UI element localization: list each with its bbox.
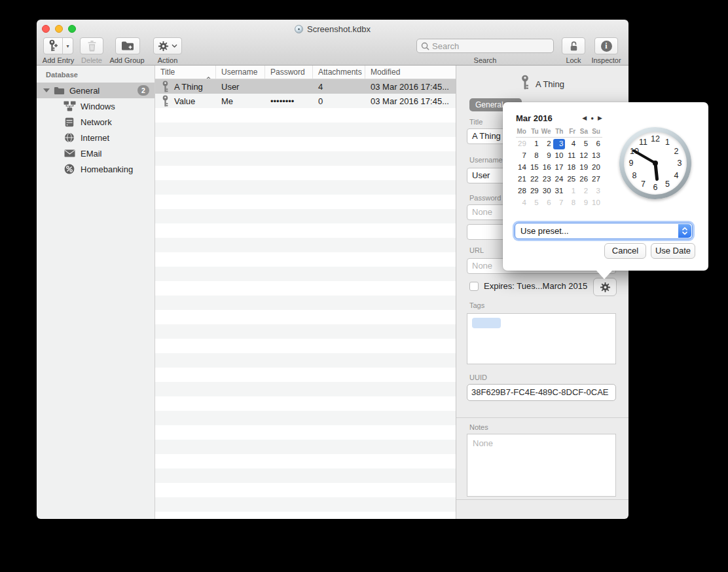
gear-icon: [158, 41, 169, 52]
calendar-day[interactable]: 7: [553, 198, 566, 208]
calendar-day[interactable]: 22: [528, 174, 541, 185]
calendar-day[interactable]: 10: [553, 151, 566, 161]
calendar-day[interactable]: 15: [528, 162, 541, 173]
add-group-button[interactable]: [115, 37, 140, 54]
table-stripe: [155, 123, 456, 137]
calendar-day[interactable]: 1: [565, 186, 577, 197]
calendar-next-button[interactable]: ▶: [598, 115, 602, 121]
table-row[interactable]: ValueMe••••••••003 Mar 2016 17:45...: [155, 94, 456, 108]
sidebar-item-general[interactable]: General 2: [37, 83, 155, 98]
cell-attachments: 0: [313, 94, 365, 108]
calendar-day[interactable]: 27: [590, 174, 602, 185]
cell-modified: [365, 151, 456, 166]
calendar-day[interactable]: 5: [528, 198, 541, 208]
clock-number: 12: [650, 134, 661, 144]
disclosure-triangle-icon[interactable]: [43, 88, 50, 92]
cell-attachments: [313, 281, 365, 296]
calendar-day[interactable]: 2: [577, 186, 590, 197]
cell-username: [216, 324, 265, 339]
calendar-day[interactable]: 14: [516, 162, 528, 173]
calendar-day[interactable]: 26: [577, 174, 590, 185]
notes-field[interactable]: None: [467, 434, 616, 497]
calendar-day[interactable]: 9: [541, 151, 553, 161]
tags-field[interactable]: [467, 313, 616, 364]
calendar-day[interactable]: 1: [528, 139, 541, 149]
info-icon: i: [601, 41, 612, 52]
column-header-password[interactable]: Password: [265, 66, 313, 79]
calendar-day[interactable]: 10: [590, 198, 602, 208]
password-label: Password: [469, 194, 501, 202]
calendar-day[interactable]: 8: [528, 151, 541, 161]
sidebar-item-network[interactable]: Network: [37, 114, 155, 130]
use-date-button[interactable]: Use Date: [651, 243, 695, 259]
sidebar-item-homebanking[interactable]: Homebanking: [37, 161, 155, 177]
calendar-day-selected[interactable]: 3: [553, 139, 566, 149]
search-input[interactable]: [432, 41, 549, 51]
chevron-down-icon: [172, 44, 177, 48]
calendar-day[interactable]: 17: [553, 162, 566, 173]
cancel-button[interactable]: Cancel: [604, 243, 646, 259]
column-header-modified[interactable]: Modified: [365, 66, 456, 79]
calendar-day[interactable]: 25: [565, 174, 577, 185]
lock-button[interactable]: [562, 37, 585, 54]
calendar-day[interactable]: 4: [516, 198, 528, 208]
delete-button[interactable]: [80, 37, 103, 54]
table-row[interactable]: A ThingUser403 Mar 2016 17:45...: [155, 79, 456, 94]
calendar-day[interactable]: 5: [577, 139, 590, 149]
expires-gear-button[interactable]: [593, 278, 617, 296]
sidebar-item-label: Network: [81, 117, 112, 127]
inspector-button[interactable]: i: [594, 37, 618, 54]
expires-checkbox[interactable]: [469, 282, 479, 291]
percent-icon: [63, 164, 76, 174]
calendar-day[interactable]: 4: [565, 139, 577, 149]
calendar-day[interactable]: 20: [590, 162, 602, 173]
cell-modified: [365, 368, 456, 382]
calendar-day[interactable]: 2: [541, 139, 553, 149]
calendar-day[interactable]: 29: [528, 186, 541, 197]
calendar-day[interactable]: 19: [577, 162, 590, 173]
clock-number: 11: [638, 137, 649, 147]
calendar-today-button[interactable]: ●: [591, 115, 594, 121]
cell-password: [265, 454, 313, 468]
sidebar-item-internet[interactable]: Internet: [37, 130, 155, 145]
calendar-day[interactable]: 16: [541, 162, 553, 173]
sidebar: Database General 2 WindowsNetworkInterne…: [37, 66, 155, 519]
action-button[interactable]: [153, 37, 182, 54]
calendar-day[interactable]: 28: [516, 186, 528, 197]
tag-token[interactable]: [472, 318, 501, 328]
calendar-prev-button[interactable]: ◀: [582, 115, 587, 121]
separator: [456, 499, 628, 500]
chevron-down-icon[interactable]: ▾: [63, 38, 73, 54]
calendar-day[interactable]: 6: [590, 139, 602, 149]
calendar-day[interactable]: 31: [553, 186, 566, 197]
calendar-day[interactable]: 11: [565, 151, 577, 161]
uuid-field[interactable]: 38F629B7-FC4E-489C-8DCF-0CAE: [467, 384, 616, 401]
calendar-day[interactable]: 6: [541, 198, 553, 208]
calendar-day[interactable]: 18: [565, 162, 577, 173]
key-icon: [162, 81, 169, 93]
calendar-day[interactable]: 8: [565, 198, 577, 208]
sidebar-item-windows[interactable]: Windows: [37, 98, 155, 114]
calendar-day[interactable]: 24: [553, 174, 566, 185]
cell-modified: [365, 238, 456, 252]
column-header-title[interactable]: Title: [155, 66, 216, 79]
calendar-day[interactable]: 30: [541, 186, 553, 197]
search-field[interactable]: [416, 39, 554, 53]
add-entry-button[interactable]: ▾: [43, 37, 73, 54]
calendar-day[interactable]: 7: [516, 151, 528, 161]
cell-modified: [365, 310, 456, 324]
preset-dropdown[interactable]: Use preset...: [515, 223, 693, 239]
calendar-day[interactable]: 3: [590, 186, 602, 197]
cell-title: [155, 440, 216, 454]
calendar-day[interactable]: 13: [590, 151, 602, 161]
sidebar-item-email[interactable]: EMail: [37, 145, 155, 161]
calendar-day[interactable]: 29: [516, 139, 528, 149]
calendar-day[interactable]: 21: [516, 174, 528, 185]
column-header-username[interactable]: Username: [216, 66, 265, 79]
cell-modified: [365, 353, 456, 368]
cell-attachments: [313, 180, 365, 195]
column-header-attachments[interactable]: Attachments: [313, 66, 365, 79]
calendar-day[interactable]: 23: [541, 174, 553, 185]
calendar-day[interactable]: 9: [577, 198, 590, 208]
calendar-day[interactable]: 12: [577, 151, 590, 161]
